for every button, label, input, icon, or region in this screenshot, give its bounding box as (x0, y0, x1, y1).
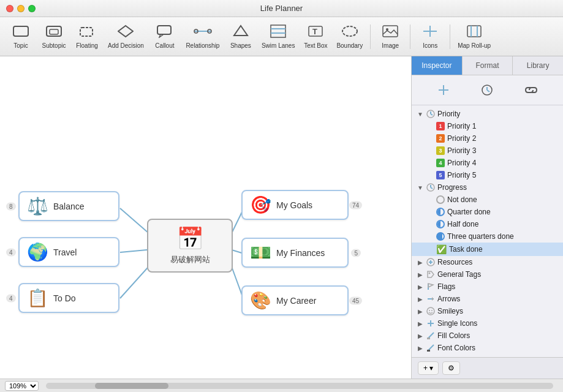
expand-priority: ▼ (417, 111, 424, 118)
icons-label: Icons (423, 42, 437, 49)
tree-priority-2[interactable]: ▶ 2 Priority 2 (412, 132, 563, 145)
tool-image[interactable]: Image (374, 20, 406, 54)
tree-smileys[interactable]: ▶ Smileys (412, 305, 563, 317)
tool-map-rollup[interactable]: Map Roll-up (454, 20, 494, 54)
panel-add-button[interactable]: + ▾ (418, 361, 439, 375)
scrollbar-thumb[interactable] (95, 383, 168, 389)
expand-font-colors: ▶ (417, 345, 424, 352)
tool-relationship[interactable]: Relationship (182, 20, 224, 54)
node-travel[interactable]: 4 🌍 Travel (18, 237, 119, 267)
tree-priority-3[interactable]: ▶ 3 Priority 3 (412, 145, 563, 157)
svg-line-34 (431, 187, 433, 189)
tree-not-done[interactable]: ▶ Not done (412, 194, 563, 206)
tree-priority-5[interactable]: ▶ 5 Priority 5 (412, 169, 563, 181)
node-my-finances[interactable]: 💵 My Finances 5 (241, 238, 349, 268)
tree-font-colors[interactable]: ▶ Font Colors (412, 342, 563, 354)
expand-single-icons: ▶ (417, 320, 424, 327)
svg-marker-4 (118, 26, 133, 37)
badge-travel: 4 (6, 248, 16, 256)
svg-rect-5 (157, 26, 171, 34)
tree-task-done[interactable]: ▶ ✅ Task done (412, 243, 563, 256)
not-done-label: Not done (447, 195, 477, 204)
tool-add-decision[interactable]: Add Decision (104, 20, 148, 54)
tool-icons[interactable]: Icons (414, 20, 446, 54)
priority-2-dot: 2 (436, 134, 445, 143)
tool-subtopic[interactable]: Subtopic (38, 20, 70, 54)
tab-format[interactable]: Format (463, 56, 513, 75)
inspector-clock-icon-btn[interactable] (477, 80, 497, 100)
tree-general-tags[interactable]: ▶ General Tags (412, 268, 563, 281)
inspector-link-icon-btn[interactable] (521, 80, 541, 100)
boundary-label: Boundary (336, 42, 363, 49)
tree-progress-root[interactable]: ▼ Progress (412, 181, 563, 194)
node-my-goals[interactable]: 🎯 My Goals 74 (241, 190, 349, 220)
node-my-career[interactable]: 🎨 My Career 45 (241, 285, 349, 315)
svg-rect-0 (13, 26, 28, 36)
tree-quarter-done[interactable]: ▶ Quarter done (412, 206, 563, 218)
progress-root-label: Progress (437, 183, 467, 192)
resources-label: Resources (437, 258, 472, 266)
title-bar: Life Planner (0, 0, 563, 17)
my-career-icon: 🎨 (250, 290, 271, 311)
tree-priority-4[interactable]: ▶ 4 Priority 4 (412, 157, 563, 169)
add-decision-icon (118, 24, 134, 40)
node-balance[interactable]: 8 ⚖️ Balance (18, 191, 119, 221)
image-icon (382, 24, 398, 40)
window-controls[interactable] (6, 5, 36, 12)
center-node[interactable]: 📅 易破解网站 (147, 219, 233, 273)
tool-callout[interactable]: Callout (149, 20, 181, 54)
subtopic-icon (46, 24, 62, 40)
minimize-button[interactable] (17, 5, 25, 12)
task-done-check: ✅ (436, 244, 447, 254)
svg-rect-2 (50, 29, 58, 34)
close-button[interactable] (6, 5, 13, 12)
node-todo[interactable]: 4 📋 To Do (18, 283, 119, 313)
bottom-bar: 109% 100% 75% 50% (0, 379, 563, 392)
tree-three-q-done[interactable]: ▶ Three quarters done (412, 230, 563, 243)
text-box-label: Text Box (304, 42, 327, 49)
tool-text-box[interactable]: T Text Box (300, 20, 331, 54)
tree-arrows[interactable]: ▶ Arrows (412, 293, 563, 305)
my-goals-label: My Goals (276, 200, 312, 210)
tab-library[interactable]: Library (513, 56, 563, 75)
progress-three-q-circle (436, 232, 445, 241)
inspector-add-icon-btn[interactable] (434, 80, 453, 100)
todo-label: To Do (53, 293, 76, 303)
map-rollup-icon (466, 24, 482, 40)
tree-priority-1[interactable]: ▶ 1 Priority 1 (412, 120, 563, 132)
svg-rect-49 (427, 337, 430, 339)
zoom-select[interactable]: 109% 100% 75% 50% (5, 381, 39, 391)
svg-rect-11 (271, 25, 285, 37)
svg-marker-6 (159, 34, 164, 37)
svg-rect-21 (467, 26, 481, 37)
balance-label: Balance (53, 202, 85, 211)
callout-icon (157, 24, 173, 40)
floating-icon (79, 24, 95, 40)
tool-swim-lanes[interactable]: Swim Lanes (258, 20, 298, 54)
tree-single-icons[interactable]: ▶ Single Icons (412, 317, 563, 330)
three-q-done-label: Three quarters done (447, 232, 514, 241)
tool-topic[interactable]: Topic (5, 20, 37, 54)
horizontal-scrollbar[interactable] (46, 383, 553, 389)
add-decision-label: Add Decision (108, 42, 144, 49)
svg-marker-10 (234, 26, 247, 36)
toolbar-divider-3 (450, 24, 450, 49)
travel-icon: 🌍 (27, 242, 48, 262)
maximize-button[interactable] (28, 5, 36, 12)
tree-flags[interactable]: ▶ Flags (412, 281, 563, 293)
tree-priority-root[interactable]: ▼ Priority (412, 108, 563, 120)
tree-resources[interactable]: ▶ Resources (412, 256, 563, 268)
center-icon: 📅 (176, 226, 204, 252)
expand-resources: ▶ (417, 259, 424, 266)
tool-boundary[interactable]: Boundary (333, 20, 366, 54)
tool-floating[interactable]: Floating (71, 20, 103, 54)
canvas[interactable]: 📅 易破解网站 8 ⚖️ Balance 4 🌍 Travel 4 📋 To D… (0, 56, 411, 379)
svg-point-16 (342, 26, 357, 36)
tool-shapes[interactable]: Shapes (225, 20, 257, 54)
center-label: 易破解网站 (170, 254, 210, 265)
tree-fill-colors[interactable]: ▶ Fill Colors (412, 330, 563, 342)
tree-half-done[interactable]: ▶ Half done (412, 218, 563, 230)
svg-rect-3 (80, 28, 93, 36)
panel-gear-button[interactable]: ⚙ (442, 361, 460, 375)
tab-inspector[interactable]: Inspector (412, 56, 463, 75)
